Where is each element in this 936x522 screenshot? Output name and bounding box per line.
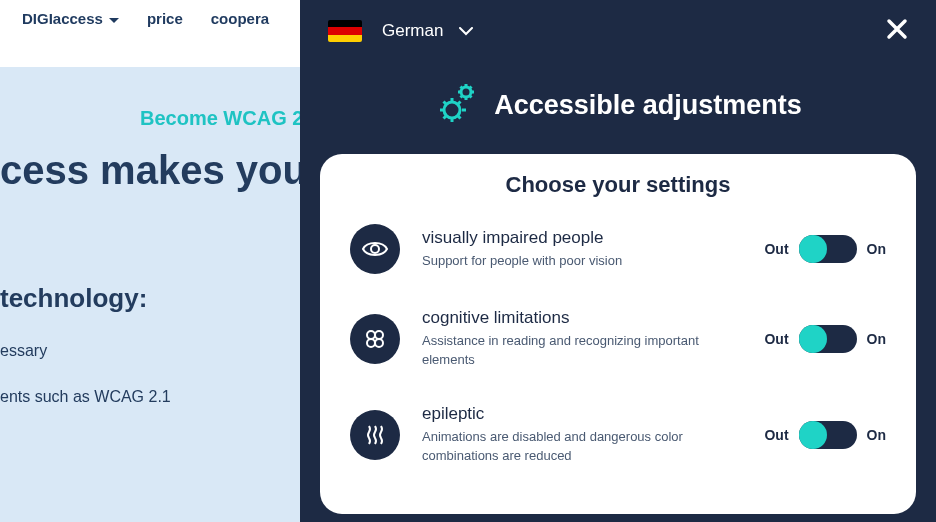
flag-germany-icon [328,20,362,42]
nav-item-digiaccess[interactable]: DIGIaccess [22,10,119,27]
close-icon[interactable] [886,18,908,44]
setting-text: visually impaired people Support for peo… [422,228,742,271]
nav-label: price [147,10,183,27]
caret-down-icon [109,10,119,27]
eye-icon [350,224,400,274]
toggle-on-label: On [867,427,886,443]
panel-title-row: Accessible adjustments [300,80,936,130]
svg-point-5 [367,339,375,347]
nav-item-price[interactable]: price [147,10,183,27]
gears-icon [434,80,480,130]
nav-label: DIGIaccess [22,10,103,27]
nav-label: coopera [211,10,269,27]
toggle-group: Out On [764,421,886,449]
toggle-out-label: Out [764,241,788,257]
setting-desc: Animations are disabled and dangerous co… [422,428,742,466]
settings-card: Choose your settings visually impaired p… [320,154,916,514]
setting-name: epileptic [422,404,742,424]
nav-item-cooperation[interactable]: coopera [211,10,269,27]
toggle-group: Out On [764,325,886,353]
card-title: Choose your settings [350,172,886,198]
svg-point-6 [375,339,383,347]
panel-header: German [300,0,936,52]
setting-name: cognitive limitations [422,308,742,328]
svg-point-4 [375,331,383,339]
toggle-cognitive[interactable] [799,325,857,353]
toggle-group: Out On [764,235,886,263]
chevron-down-icon[interactable] [459,22,473,40]
accessibility-panel: German Accessible adjustments Choose you… [300,0,936,522]
brain-icon [350,314,400,364]
toggle-epileptic[interactable] [799,421,857,449]
setting-desc: Support for people with poor vision [422,252,742,271]
toggle-out-label: Out [764,427,788,443]
toggle-on-label: On [867,241,886,257]
setting-row-visually-impaired: visually impaired people Support for peo… [350,224,886,274]
wave-icon [350,410,400,460]
language-selector-label: German [382,21,443,41]
toggle-visually-impaired[interactable] [799,235,857,263]
setting-text: cognitive limitations Assistance in read… [422,308,742,370]
setting-row-epileptic: epileptic Animations are disabled and da… [350,404,886,466]
setting-text: epileptic Animations are disabled and da… [422,404,742,466]
panel-title: Accessible adjustments [494,90,802,121]
toggle-on-label: On [867,331,886,347]
toggle-out-label: Out [764,331,788,347]
setting-desc: Assistance in reading and recognizing im… [422,332,742,370]
setting-row-cognitive: cognitive limitations Assistance in read… [350,308,886,370]
setting-name: visually impaired people [422,228,742,248]
svg-point-3 [367,331,375,339]
svg-point-2 [371,245,379,253]
